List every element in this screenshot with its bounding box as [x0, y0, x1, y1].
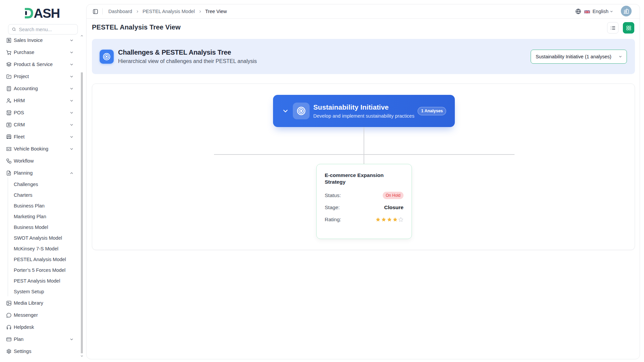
sidebar-subitem-swot-analysis-model[interactable]: SWOT Analysis Model [0, 233, 80, 243]
sidebar-subitem-system-setup[interactable]: System Setup [0, 286, 80, 297]
sidebar-item-project[interactable]: Project [0, 70, 80, 82]
list-icon [610, 25, 616, 31]
breadcrumb: Dashboard PESTEL Analysis Model Tree Vie… [108, 9, 227, 14]
view-switcher [607, 22, 634, 34]
dash-logo-icon: ASH [25, 8, 61, 19]
sidebar-item-label: Media Library [14, 300, 73, 306]
analysis-card[interactable]: E-commerce Expansion Strategy Status: On… [316, 164, 412, 239]
sidebar-subitem-challenges[interactable]: Challenges [0, 179, 80, 190]
sidebar-item-messenger[interactable]: Messenger [0, 309, 80, 321]
brand-text: ASH [34, 8, 60, 19]
sidebar-item-purchase[interactable]: Purchase [0, 46, 80, 58]
sidebar-item-media-library[interactable]: Media Library [0, 297, 80, 309]
sidebar-item-fleet[interactable]: Fleet [0, 131, 80, 143]
rating-stars [375, 217, 404, 222]
sidebar-item-planning[interactable]: Planning [0, 167, 80, 179]
chevron-down-icon [619, 55, 622, 58]
sidebar-item-sales-invoice[interactable]: Sales Invoice [0, 34, 80, 46]
sidebar-subitem-business-model[interactable]: Business Model [0, 222, 80, 233]
scroll-down-icon[interactable] [80, 355, 83, 357]
sidebar-item-plan[interactable]: Plan [0, 333, 80, 345]
sidebar-item-label: CRM [14, 122, 70, 127]
sidebar-subitem-mckinsey-7-s-model[interactable]: McKinsey 7-S Model [0, 243, 80, 254]
sidebar-item-vehicle-booking[interactable]: Vehicle Booking [0, 143, 80, 155]
target-icon [296, 106, 306, 116]
user-avatar[interactable] [621, 6, 632, 16]
info-banner: Challenges & PESTEL Analysis Tree Hierar… [92, 39, 635, 74]
sidebar-item-label: Project [14, 74, 70, 79]
connector-horizontal [214, 154, 515, 155]
sidebar-subitem-pestel-analysis-model[interactable]: PESTEL Analysis Model [0, 254, 80, 265]
breadcrumb-pestel[interactable]: PESTEL Analysis Model [143, 9, 195, 14]
star-filled-icon [387, 217, 392, 222]
target-icon-box [100, 50, 114, 64]
breadcrumb-current: Tree View [205, 9, 227, 14]
sidebar: ASH Sales InvoicePurchaseProduct & Servi… [0, 0, 86, 362]
contact-card-icon [6, 122, 12, 128]
chevron-down-icon[interactable] [610, 10, 613, 13]
sidebar-item-label: Sales Invoice [14, 38, 70, 43]
sidebar-item-settings[interactable]: Settings [0, 345, 80, 357]
status-badge: On Hold [383, 192, 404, 199]
list-view-button[interactable] [607, 22, 619, 34]
sidebar-item-crm[interactable]: CRM [0, 119, 80, 131]
file-text-icon [6, 170, 12, 176]
breadcrumb-dashboard[interactable]: Dashboard [108, 9, 132, 14]
sidebar-subitem-pest-analysis-model[interactable]: PEST Analysis Model [0, 276, 80, 286]
sidebar-item-label: POS [14, 110, 70, 115]
main-panel: Dashboard PESTEL Analysis Model Tree Vie… [86, 4, 640, 359]
folder-kanban-icon [6, 74, 12, 79]
topbar-right: English [575, 6, 632, 16]
sidebar-item-label: Workflow [14, 158, 73, 164]
sidebar-item-label: Planning [14, 170, 70, 176]
sidebar-item-label: Helpdesk [14, 324, 73, 330]
globe-icon[interactable] [575, 8, 581, 14]
sidebar-item-accounting[interactable]: Accounting [0, 82, 80, 95]
gear-icon [6, 349, 12, 354]
banner-text: Challenges & PESTEL Analysis Tree Hierar… [118, 49, 257, 64]
sidebar-item-product-service[interactable]: Product & Service [0, 58, 80, 70]
chat-icon [6, 312, 12, 318]
banner-subtitle: Hierarchical view of challenges and thei… [118, 58, 257, 64]
challenge-node-text: Sustainability Initiative Develop and im… [313, 103, 414, 119]
sidebar-scrollbar[interactable] [80, 34, 83, 362]
bus-icon [6, 134, 12, 140]
sidebar-search [8, 24, 78, 35]
sidebar-item-label: Product & Service [14, 62, 70, 67]
sidebar-subitem-charters[interactable]: Charters [0, 190, 80, 200]
language-selector[interactable]: English [592, 9, 608, 14]
chevron-down-icon[interactable] [282, 108, 289, 114]
sidebar-subitem-business-plan[interactable]: Business Plan [0, 200, 80, 211]
rating-row: Rating: [325, 216, 404, 223]
challenge-node[interactable]: Sustainability Initiative Develop and im… [273, 95, 455, 127]
topbar: Dashboard PESTEL Analysis Model Tree Vie… [87, 4, 640, 19]
layers-icon [6, 62, 12, 67]
search-input[interactable] [19, 27, 74, 32]
scrollbar-thumb[interactable] [81, 72, 83, 353]
sidebar-item-label: Vehicle Booking [14, 146, 70, 152]
sidebar-item-label: Plan [14, 337, 70, 342]
banner-title: Challenges & PESTEL Analysis Tree [118, 49, 257, 56]
scroll-up-icon[interactable] [80, 35, 83, 37]
sidebar-item-label: Settings [14, 349, 73, 354]
sidebar-item-label: Purchase [14, 50, 70, 55]
challenge-title: Sustainability Initiative [313, 103, 414, 111]
sidebar-item-hrm[interactable]: HRM [0, 95, 80, 107]
sidebar-item-helpdesk[interactable]: Helpdesk [0, 321, 80, 333]
sidebar-item-pos[interactable]: POS [0, 107, 80, 119]
submenu-indent-line [8, 177, 8, 296]
credit-card-icon [6, 337, 12, 342]
sidebar-subitem-porter-s-5-forces-model[interactable]: Porter’s 5 Forces Model [0, 265, 80, 276]
uk-flag-icon [584, 9, 590, 13]
rating-label: Rating: [325, 217, 341, 223]
cart-icon [6, 50, 12, 55]
sidebar-item-workflow[interactable]: Workflow [0, 155, 80, 167]
chevron-right-icon [136, 10, 139, 13]
sidebar-item-label: HRM [14, 98, 70, 103]
sidebar-subitem-marketing-plan[interactable]: Marketing Plan [0, 211, 80, 222]
sidebar-toggle-icon[interactable] [93, 9, 98, 14]
calculator-icon [6, 86, 12, 92]
grid-view-button[interactable] [623, 22, 634, 34]
analysis-select[interactable]: Sustainability Initiative (1 analyses) [531, 50, 627, 64]
star-filled-icon [375, 217, 381, 222]
